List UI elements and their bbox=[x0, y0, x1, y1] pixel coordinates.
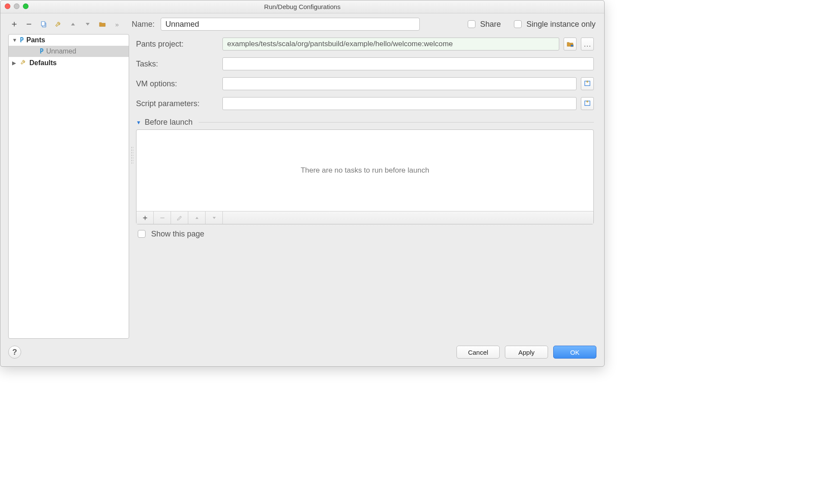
window-title: Run/Debug Configurations bbox=[264, 3, 341, 10]
svg-rect-2 bbox=[571, 45, 574, 47]
pants-project-label: Pants project: bbox=[136, 40, 218, 49]
pants-icon: P bbox=[20, 36, 24, 44]
browse-project-button[interactable] bbox=[564, 38, 577, 50]
svg-rect-1 bbox=[41, 22, 45, 26]
share-checkbox-label: Share bbox=[480, 20, 501, 29]
apply-button[interactable]: Apply bbox=[505, 346, 548, 359]
row-tasks: Tasks: bbox=[136, 57, 594, 70]
before-move-up-button[interactable] bbox=[188, 211, 206, 224]
before-add-button[interactable] bbox=[136, 211, 154, 224]
share-checkbox-box[interactable] bbox=[468, 20, 475, 28]
before-launch-box: There are no tasks to run before launch bbox=[136, 129, 594, 224]
share-checkbox[interactable]: Share bbox=[466, 19, 501, 29]
before-launch-label: Before launch bbox=[145, 118, 193, 127]
pants-icon: P bbox=[40, 47, 44, 55]
script-params-label: Script parameters: bbox=[136, 99, 218, 108]
tree-config-unnamed-label: Unnamed bbox=[46, 47, 76, 55]
cancel-button[interactable]: Cancel bbox=[456, 346, 500, 359]
tasks-label: Tasks: bbox=[136, 60, 218, 69]
cancel-button-label: Cancel bbox=[468, 349, 488, 356]
tree-group-defaults-label: Defaults bbox=[29, 59, 57, 67]
tree-group-defaults[interactable]: ▶ Defaults bbox=[9, 57, 129, 69]
window-traffic-lights bbox=[5, 3, 29, 9]
move-down-button[interactable] bbox=[83, 20, 92, 28]
expander-arrow-down-icon[interactable]: ▼ bbox=[136, 120, 141, 126]
expand-vm-options-button[interactable] bbox=[581, 77, 594, 90]
before-launch-header[interactable]: ▼ Before launch bbox=[136, 118, 594, 127]
config-toolbar: » bbox=[8, 20, 123, 28]
resize-grip-icon[interactable] bbox=[131, 146, 133, 164]
minimize-window-icon bbox=[14, 3, 19, 9]
vm-options-input[interactable] bbox=[222, 77, 577, 90]
row-pants-project: Pants project: … bbox=[136, 38, 594, 50]
settings-wrench-icon[interactable] bbox=[54, 20, 63, 28]
ok-button-label: OK bbox=[570, 349, 580, 356]
before-launch-empty: There are no tasks to run before launch bbox=[136, 130, 593, 211]
single-instance-checkbox-label: Single instance only bbox=[526, 20, 596, 29]
tasks-input[interactable] bbox=[222, 57, 594, 70]
zoom-window-icon[interactable] bbox=[23, 3, 29, 9]
remove-config-button[interactable] bbox=[25, 20, 33, 28]
folder-icon[interactable] bbox=[98, 20, 107, 28]
run-configurations-window: Run/Debug Configurations bbox=[0, 0, 605, 367]
before-edit-button[interactable] bbox=[171, 211, 188, 224]
config-tree[interactable]: ▼ P Pants P Unnamed ▶ Defaults bbox=[8, 34, 129, 339]
expand-arrow-down-icon[interactable]: ▼ bbox=[12, 37, 17, 43]
name-input[interactable] bbox=[161, 18, 420, 31]
close-window-icon[interactable] bbox=[5, 3, 10, 9]
show-this-page-checkbox-box[interactable] bbox=[138, 230, 146, 238]
single-instance-checkbox[interactable]: Single instance only bbox=[512, 19, 596, 29]
titlebar: Run/Debug Configurations bbox=[0, 0, 604, 13]
row-vm-options: VM options: bbox=[136, 77, 594, 90]
pants-project-input[interactable] bbox=[222, 38, 559, 50]
row-script-params: Script parameters: bbox=[136, 97, 594, 110]
mid-row: ▼ P Pants P Unnamed ▶ Defaults bbox=[0, 32, 604, 339]
form-panel: Pants project: … Tasks: VM options: bbox=[133, 34, 596, 339]
tree-group-pants[interactable]: ▼ P Pants bbox=[9, 35, 129, 46]
move-up-button[interactable] bbox=[69, 20, 77, 28]
show-this-page-checkbox[interactable]: Show this page bbox=[136, 229, 594, 239]
before-launch-empty-text: There are no tasks to run before launch bbox=[301, 166, 429, 175]
before-move-down-button[interactable] bbox=[206, 211, 223, 224]
vm-options-label: VM options: bbox=[136, 79, 218, 88]
show-this-page-label: Show this page bbox=[151, 230, 204, 239]
apply-button-label: Apply bbox=[518, 349, 535, 356]
expand-arrow-right-icon[interactable]: ▶ bbox=[12, 60, 17, 66]
content-area: » Name: Share Single instance only ▼ P bbox=[0, 13, 604, 366]
tree-group-pants-label: Pants bbox=[26, 36, 45, 44]
top-row: » Name: Share Single instance only bbox=[0, 13, 604, 32]
expand-script-params-button[interactable] bbox=[581, 97, 594, 110]
more-chevrons-icon[interactable]: » bbox=[113, 20, 121, 28]
add-config-button[interactable] bbox=[10, 20, 19, 28]
more-project-button[interactable]: … bbox=[581, 38, 594, 50]
footer: ? Cancel Apply OK bbox=[0, 339, 604, 366]
before-remove-button[interactable] bbox=[154, 211, 171, 224]
wrench-icon bbox=[20, 59, 27, 67]
tree-config-unnamed[interactable]: P Unnamed bbox=[9, 46, 129, 57]
copy-config-button[interactable] bbox=[39, 20, 48, 28]
single-instance-checkbox-box[interactable] bbox=[514, 20, 522, 28]
divider bbox=[199, 122, 594, 123]
script-params-input[interactable] bbox=[222, 97, 577, 110]
before-launch-toolbar bbox=[136, 211, 593, 224]
help-button[interactable]: ? bbox=[8, 346, 21, 359]
ok-button[interactable]: OK bbox=[553, 346, 596, 359]
name-label: Name: bbox=[132, 20, 155, 29]
